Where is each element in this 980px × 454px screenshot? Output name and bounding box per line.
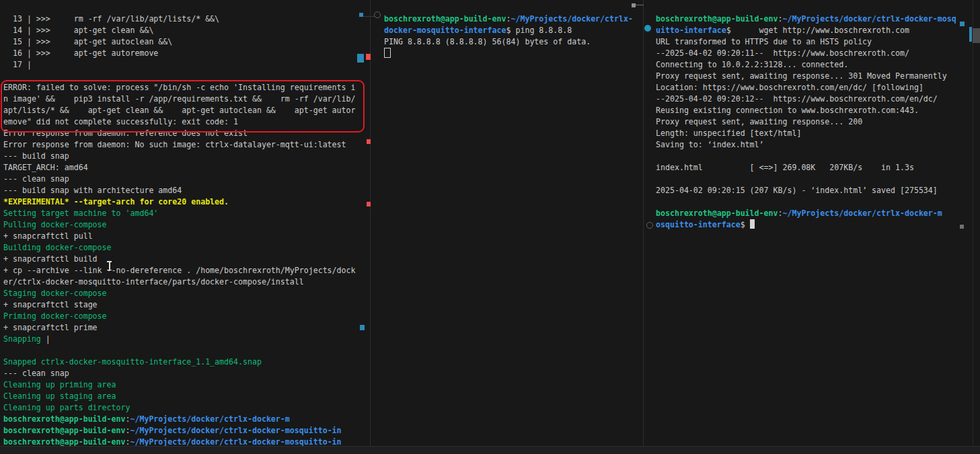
terminal-line: osquitto-interface$ — [656, 219, 980, 231]
terminal-text-segment: apt/lists/* && apt-get clean && apt-get … — [3, 106, 356, 115]
terminal-text-segment: URL transformed to HTTPS due to an HSTS … — [656, 37, 872, 46]
terminal-cursor — [750, 219, 755, 229]
pane-separator[interactable] — [643, 0, 644, 446]
terminal-line: boschrexroth@app-build-env:~/MyProjects/… — [656, 208, 980, 219]
overview-ruler-mark — [960, 22, 965, 26]
terminal-line: TARGET_ARCH: amd64 — [3, 162, 367, 174]
terminal-text-segment: 17 | — [3, 60, 32, 69]
terminal-text-segment: Proxy request sent, awaiting response...… — [656, 117, 862, 126]
terminal-text-segment: Location: https://www.boschrexroth.com/e… — [656, 83, 924, 92]
terminal-text-segment: Snapped ctrlx-docker-mosquitto-interface… — [3, 357, 262, 367]
terminal-line — [3, 345, 367, 356]
terminal-line: Error response from daemon: No such imag… — [3, 139, 367, 151]
terminal-line — [656, 174, 980, 185]
terminal-text-segment: + snapcraftctl stage — [3, 300, 98, 309]
terminal-line — [384, 48, 643, 59]
terminal-line: + snapcraftctl pull — [3, 231, 367, 242]
terminal-line: *EXPERIMENTAL* --target-arch for core20 … — [3, 196, 367, 208]
terminal-line: er/ctrlx-docker-mosquitto-interface/part… — [3, 276, 367, 288]
terminal-text-segment: Snapping — [3, 334, 46, 344]
terminal-cursor — [384, 48, 391, 58]
terminal-text-segment: $ ping 8.8.8.8 — [506, 26, 572, 35]
terminal-pane-wget[interactable]: boschrexroth@app-build-env:~/MyProjects/… — [644, 0, 980, 446]
terminal-text-segment: ~/MyProjects/docker/ctrlx-docker-mosquit… — [130, 437, 341, 446]
terminal-text-segment: er/ctrlx-docker-mosquitto-interface/part… — [3, 277, 304, 287]
terminal-text-segment: --2025-04-02 09:20:12-- https://www.bosc… — [656, 94, 938, 104]
terminal-line: emove" did not complete successfully: ex… — [3, 116, 367, 128]
terminal-text-segment: docker-mosquitto-interface — [384, 26, 506, 35]
terminal-text-segment: boschrexroth@app-build-env — [3, 426, 125, 435]
overview-ruler-mark — [357, 54, 364, 63]
terminal-text-segment: boschrexroth@app-build-env — [656, 14, 778, 24]
terminal-line: --2025-04-02 09:20:12-- https://www.bosc… — [656, 93, 980, 105]
terminal-line: docker-mosquitto-interface$ ping 8.8.8.8 — [384, 25, 643, 36]
terminal-text-segment: Error response from daemon: reference do… — [3, 128, 248, 138]
terminal-line — [3, 71, 367, 82]
terminal-line: n image' && pip3 install -r /app/require… — [3, 93, 367, 105]
terminal-text-segment: $ — [741, 220, 750, 229]
terminal-line: Cleaning up parts directory — [3, 402, 367, 414]
terminal-line: --- clean snap — [3, 368, 367, 379]
screen-artifact-mark — [636, 5, 644, 5]
terminal-text-segment: 2025-04-02 09:20:15 (207 KB/s) - ‘index.… — [656, 186, 938, 195]
terminal-line: apt/lists/* && apt-get clean && apt-get … — [3, 105, 367, 116]
terminal-line: boschrexroth@app-build-env:~/MyProjects/… — [3, 437, 367, 446]
terminal-text-segment: Staging docker-compose — [3, 289, 107, 298]
terminal-line: --2025-04-02 09:20:11-- https://www.bosc… — [656, 48, 980, 59]
terminal-text-segment: boschrexroth@app-build-env — [3, 437, 125, 446]
terminal-text-segment: Reusing existing connection to www.bosch… — [656, 106, 919, 115]
terminal-line: URL transformed to HTTPS due to an HSTS … — [656, 36, 980, 48]
terminal-text-segment: Cleaning up parts directory — [3, 403, 130, 412]
terminal-line: Location: https://www.boschrexroth.com/e… — [656, 82, 980, 93]
scrollbar-thumb[interactable] — [973, 28, 980, 43]
terminal-text-segment: ~/MyProjects/docker/ctrlx-docker-m — [130, 414, 289, 424]
terminal-text-segment: osquitto-interface — [656, 220, 741, 229]
terminal-line: 14 | >>> apt-get clean &&\ — [3, 25, 367, 36]
terminal-line: + snapcraftctl stage — [3, 299, 367, 311]
panel-bottom-strip — [0, 447, 980, 454]
terminal-line: Connecting to 10.0.2.2:3128... connected… — [656, 59, 980, 71]
circle-outline-icon[interactable] — [374, 11, 381, 18]
terminal-text-segment: Length: unspecified [text/html] — [656, 128, 801, 138]
terminal-text-segment: --- clean snap — [3, 369, 69, 378]
terminal-text-segment: Proxy request sent, awaiting response...… — [656, 71, 947, 81]
terminal-text-segment: Cleaning up priming area — [3, 380, 116, 389]
terminal-line: + cp --archive --link --no-dereference .… — [3, 265, 367, 276]
terminal-line: Setting target machine to 'amd64' — [3, 208, 367, 219]
terminal-text-segment: + snapcraftctl build — [3, 254, 98, 264]
terminal-pane-build-log[interactable]: 13 | >>> rm -rf /var/lib/apt/lists/* &&\… — [0, 0, 367, 446]
terminal-text-segment: PING 8.8.8.8 (8.8.8.8) 56(84) bytes of d… — [384, 37, 591, 46]
terminal-text-segment: + snapcraftctl pull — [3, 231, 93, 241]
terminal-line: 15 | >>> apt-get autoclean &&\ — [3, 36, 367, 48]
terminal-line: boschrexroth@app-build-env:~/MyProjects/… — [384, 13, 643, 25]
overview-ruler-mark — [969, 27, 972, 42]
terminal-line: boschrexroth@app-build-env:~/MyProjects/… — [656, 13, 980, 25]
terminal-line: 17 | — [3, 59, 367, 71]
terminal-text-segment: uitto-interface — [656, 26, 726, 35]
terminal-line: Reusing existing connection to www.bosch… — [656, 105, 980, 116]
scrollbar-track-edge — [973, 0, 973, 446]
terminal-line — [656, 196, 980, 208]
overview-ruler-mark — [960, 225, 964, 229]
terminal-text-segment: 15 | >>> apt-get autoclean &&\ — [3, 37, 172, 46]
terminal-text-segment: ~/MyProjects/docker/ctrlx-docker-m — [782, 209, 942, 218]
terminal-pane-ping[interactable]: boschrexroth@app-build-env:~/MyProjects/… — [371, 0, 643, 446]
terminal-text-segment: $ wget http://www.boschrexroth.com — [726, 26, 909, 35]
circle-filled-icon[interactable] — [644, 25, 651, 32]
terminal-line: + snapcraftctl prime — [3, 322, 367, 334]
terminal-line: boschrexroth@app-build-env:~/MyProjects/… — [3, 414, 367, 425]
pane-separator[interactable] — [370, 0, 371, 446]
terminal-line: + snapcraftctl build — [3, 254, 367, 265]
overview-ruler-mark — [367, 202, 371, 206]
terminal-line: Proxy request sent, awaiting response...… — [656, 71, 980, 82]
terminal-text-segment: --- build snap — [3, 151, 69, 161]
terminal-line: Proxy request sent, awaiting response...… — [656, 116, 980, 128]
circle-outline-icon[interactable] — [646, 222, 653, 229]
screen-artifact-mark — [632, 3, 636, 7]
terminal-text-segment: ERROR: failed to solve: process "/bin/sh… — [3, 83, 356, 92]
terminal-text-segment: index.html [ <=>] 269.08K 207KB/s in 1.3… — [656, 163, 914, 172]
terminal-text-segment: --- build snap with architecture amd64 — [3, 186, 182, 195]
terminal-text-segment: ~/MyProjects/docker/ctrlx-docker-mosq — [782, 14, 956, 24]
terminal-line: Cleaning up staging area — [3, 391, 367, 402]
terminal-text-segment: Cleaning up staging area — [3, 391, 116, 401]
